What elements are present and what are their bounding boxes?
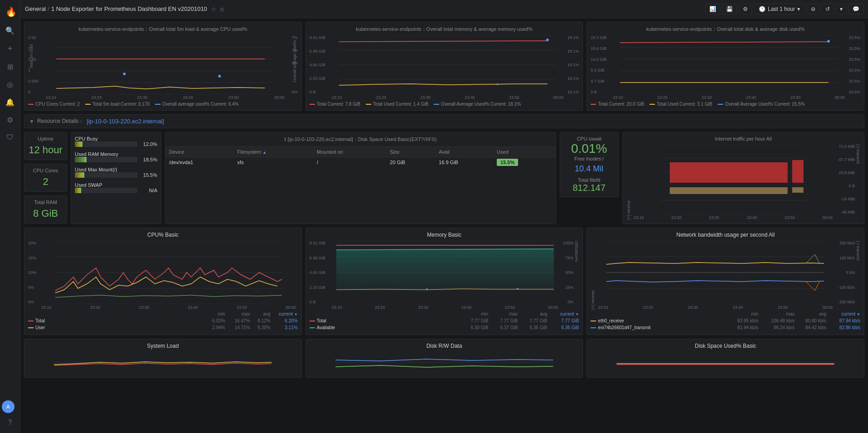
- svg-rect-29: [669, 162, 787, 183]
- metric-dot-total: [28, 321, 34, 321]
- used-swap-bar-container: [75, 188, 137, 193]
- col-size[interactable]: Size: [386, 147, 435, 157]
- mem-current-total: 7.77 GiB: [547, 318, 579, 323]
- legend-mem-avg-label: Overall Average Used% Current: 18.1%: [441, 102, 521, 107]
- save-dashboard-button[interactable]: 💾: [722, 4, 737, 15]
- gauge-used-ram-inner: Used RAM Memory 18.5%: [75, 151, 157, 162]
- mem-current-header[interactable]: current ▼: [547, 311, 579, 316]
- col-used[interactable]: Used: [493, 147, 556, 157]
- iowait-value: 0.01%: [564, 141, 615, 156]
- shield-icon[interactable]: 🛡: [2, 130, 18, 145]
- sidebar-logo-icon[interactable]: 🔥: [2, 3, 18, 21]
- legend-mem-total: Total Current: 7.8 GiB: [310, 102, 360, 107]
- alerts-icon[interactable]: 🔔: [2, 94, 18, 110]
- add-icon[interactable]: +: [2, 40, 18, 57]
- iowait-panel: CPU iowait 0.01% Free Inodes:/ 10.4 Mil …: [560, 132, 619, 197]
- disk-table-header-row: Device Filesystem ▲ Mounted on Size Avai…: [165, 147, 556, 157]
- col-device[interactable]: Device: [165, 147, 234, 157]
- cpu-basic-svg: [39, 241, 298, 304]
- cpu-basic-title: CPU% Basic: [28, 232, 298, 238]
- net-avg-transmit: 84.42 kb/s: [795, 325, 826, 330]
- star-icon[interactable]: ☆: [211, 5, 217, 13]
- cpu-load-xaxis: 23:1023:2023:3023:4023:5000:00: [44, 95, 286, 100]
- gauge-cpu-busy-inner: CPU Busy 12.0%: [75, 136, 157, 147]
- col-avail[interactable]: Avail: [435, 147, 493, 157]
- net-current-header[interactable]: current ▼: [826, 311, 860, 316]
- comment-button[interactable]: 💬: [849, 4, 863, 15]
- legend-disk-total: Total Current: 20.0 GiB: [591, 102, 644, 107]
- refresh-dropdown-button[interactable]: ▾: [836, 4, 847, 15]
- used-ram-bar-container: [75, 157, 137, 162]
- cell-mounted: /: [313, 157, 386, 168]
- cpu-metric-row-user: User 2.94% 14.71% 5.20% 3.11%: [28, 324, 298, 331]
- current-col-header[interactable]: current ▼: [271, 311, 298, 316]
- max-col-header[interactable]: max: [225, 311, 250, 316]
- mem-min-header[interactable]: min: [459, 311, 488, 316]
- min-col-header[interactable]: min: [200, 311, 225, 316]
- zoom-out-button[interactable]: ⊖: [807, 4, 820, 15]
- settings-icon[interactable]: ⚙: [2, 112, 18, 128]
- legend-5m-load-label: Total 5m load Current: 0.170: [92, 102, 150, 107]
- disk-xaxis: 23:1023:2023:3023:4023:5000:00: [611, 95, 847, 100]
- search-icon[interactable]: 🔍: [2, 23, 18, 39]
- svg-point-13: [546, 39, 549, 41]
- info-icon: ℹ: [284, 136, 286, 142]
- resource-instance: [ip-10-0-103-220.ec2.internal]: [87, 118, 164, 125]
- dashboards-icon[interactable]: ⊞: [2, 59, 18, 75]
- cpu-load-chart-area: 2.5021.5010.5000: [28, 35, 298, 100]
- dashboard-settings-button[interactable]: ⚙: [739, 4, 752, 15]
- breadcrumb-home[interactable]: General: [25, 5, 46, 12]
- memory-y-right: 18.1%18.1%18.1%18.1%18.1%: [565, 35, 579, 94]
- disk-y-axis: 23.3 GiB18.6 GiB14.0 GiB9.3 GiB4.7 GiB0 …: [591, 35, 611, 94]
- disk-title: kubernetes-service-endpoints：Overall tot…: [591, 26, 860, 33]
- net-metric-receive: eth0_receive 83.95 kb/s 106.48 kb/s 90.8…: [591, 317, 860, 324]
- net-avg-header[interactable]: avg: [795, 311, 826, 316]
- net-y-right: 200 kb/s100 kb/s0 b/s-100 kb/s-200 kb/s: [834, 241, 855, 304]
- net-min-header[interactable]: min: [727, 311, 758, 316]
- mem-min-total: 7.77 GiB: [459, 318, 488, 323]
- disk-rw-title: Disk R/W Data: [310, 343, 579, 349]
- share-icon[interactable]: ⎋: [220, 5, 224, 13]
- time-range-picker[interactable]: 🕐 Last 1 hour ▾: [754, 4, 805, 15]
- breadcrumb-sep: /: [48, 5, 49, 12]
- topbar-right: 📊 💾 ⚙ 🕐 Last 1 hour ▾ ⊖ ↺ ▾ 💬: [705, 4, 863, 15]
- network-chart: 23:1023:2023:3023:4023:5000:00: [596, 241, 834, 310]
- cell-device: /dev/xvda1: [165, 157, 234, 168]
- net-max-header[interactable]: max: [758, 311, 795, 316]
- traffic-y-right: 71.5 MiB47.7 MiB23.8 MiB0 B-24 MiB-48 Mi…: [834, 144, 855, 214]
- add-panel-button[interactable]: 📊: [705, 4, 720, 15]
- net-metric-transmit: eni74b26601d47_transmit 81.94 kb/s 96.24…: [591, 324, 860, 331]
- network-title: Network bandwidth usage per second All: [591, 232, 860, 238]
- collapse-icon[interactable]: ▼: [29, 118, 34, 125]
- metric-min-user: 2.94%: [200, 325, 225, 330]
- net-max-transmit: 96.24 kb/s: [758, 325, 795, 330]
- legend-mem-used: Total Used Current: 1.4 GiB: [366, 102, 428, 107]
- svg-point-44: [517, 288, 519, 290]
- avg-col-header[interactable]: avg: [250, 311, 271, 316]
- dashboard-title: 1 Node Exporter for Prometheus Dashboard…: [51, 5, 207, 12]
- resource-details-label: Resource Details：: [37, 117, 84, 125]
- memory-basic-y-axis: 9.31 GiB6.98 GiB4.66 GiB2.33 GiB0 B: [310, 241, 330, 304]
- svg-rect-32: [792, 187, 803, 193]
- cpu-load-right-label: Overall average used%: [292, 40, 297, 83]
- used-max-label: Used Max Mount(/): [75, 167, 157, 172]
- memory-basic-chart: 23:1023:2023:3023:4023:5000:00: [330, 241, 560, 310]
- used-ram-bar-row: 18.5%: [75, 157, 157, 162]
- memory-chart: 23:1023:2023:3023:4023:5000:00: [330, 35, 566, 100]
- net-avg-receive: 90.80 kb/s: [795, 318, 826, 323]
- disk-space-panel: Disk Space Used% Basic: [587, 339, 864, 378]
- explore-icon[interactable]: ◎: [2, 77, 18, 92]
- col-filesystem[interactable]: Filesystem ▲: [234, 147, 313, 157]
- refresh-button[interactable]: ↺: [821, 4, 834, 15]
- svg-point-43: [426, 288, 428, 290]
- col-mounted[interactable]: Mounted on: [313, 147, 386, 157]
- used-swap-bar: [75, 188, 81, 193]
- mem-metric-total: Total 7.77 GiB 7.77 GiB 7.77 GiB 7.77 Gi…: [310, 317, 579, 324]
- clock-icon: 🕐: [759, 6, 766, 12]
- metric-current-total: 6.20%: [271, 318, 298, 323]
- disk-table-body: /dev/xvda1 xfs / 20 GiB 16.9 GiB 15.5%: [165, 157, 556, 168]
- cpu-metric-row-total: Total 6.03% 16.47% 8.12% 6.20%: [28, 317, 298, 324]
- mem-avg-header[interactable]: avg: [518, 311, 547, 316]
- mem-max-header[interactable]: max: [488, 311, 518, 316]
- total-ram-stat: Total RAM 8 GiB: [24, 195, 67, 224]
